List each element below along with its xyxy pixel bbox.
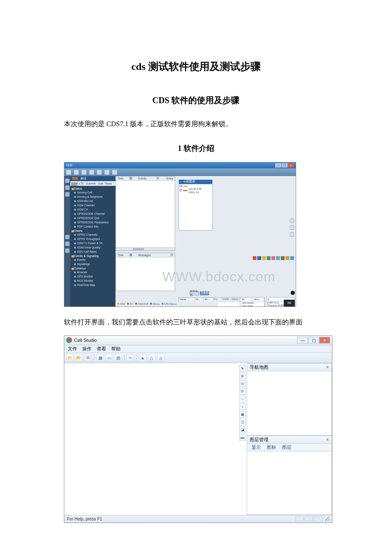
map-canvas[interactable]: [64, 363, 238, 515]
checkbox[interactable]: [180, 185, 182, 187]
map-view-standard[interactable]: 标准地图: [190, 291, 199, 295]
tree-item[interactable]: GSM BA List: [71, 199, 115, 203]
palette-swatch[interactable]: [271, 256, 275, 260]
tree-item[interactable]: MOS Monitor: [71, 279, 115, 283]
tree-tab-gsm[interactable]: GSM: [71, 182, 78, 185]
nav-map-body[interactable]: [247, 371, 331, 435]
toolbar-stop-icon[interactable]: ▭: [105, 354, 113, 361]
dock-icon[interactable]: [65, 249, 69, 253]
fit-vertical-icon[interactable]: ↕: [239, 403, 246, 410]
select-tool-icon[interactable]: ▣: [239, 411, 246, 418]
tree-item[interactable]: GPRS/EDGE Parameters: [71, 220, 115, 225]
sheet-tab[interactable]: LTE Demo: [161, 303, 176, 305]
tree-item[interactable]: GPRS/EDGE Channel: [71, 212, 115, 216]
layer-tab-icon[interactable]: 图标: [267, 444, 276, 451]
toolbar-icon[interactable]: [112, 170, 117, 175]
menu-file[interactable]: 文件: [68, 346, 77, 352]
map-view-satellite[interactable]: 卫星图: [200, 291, 209, 295]
panel-close-icon[interactable]: ×: [326, 364, 329, 370]
toolbar-basestation-icon[interactable]: △: [148, 354, 156, 361]
map-tool-icon[interactable]: [290, 232, 294, 237]
map-tool-icon[interactable]: [290, 225, 294, 230]
pin-icon[interactable]: [170, 254, 173, 256]
menu-help[interactable]: 帮助: [111, 346, 121, 352]
maximize-button[interactable]: ▢: [282, 163, 288, 168]
toolbar-basestation-icon[interactable]: ▲: [139, 354, 147, 361]
minus-icon[interactable]: −: [180, 180, 182, 183]
toolbar-tile-icon[interactable]: ▦: [96, 354, 104, 361]
menu-view[interactable]: 查看: [97, 346, 106, 352]
sheet-tab[interactable]: INDOOR: [135, 303, 148, 305]
close-button[interactable]: ×: [288, 163, 294, 168]
resize-grip-icon[interactable]: [325, 517, 329, 521]
fit-horizontal-icon[interactable]: ↔: [239, 396, 246, 402]
toolbar-icon[interactable]: [89, 170, 94, 175]
toolbar-icon[interactable]: [66, 170, 71, 175]
toolbar-icon[interactable]: [81, 170, 86, 175]
dock-icon[interactable]: [65, 192, 69, 197]
tree-header-tab[interactable]: 标注: [81, 176, 86, 181]
toolbar-open-icon[interactable]: 📂: [75, 354, 83, 361]
refresh-icon[interactable]: ⟳: [239, 388, 246, 395]
tree-item[interactable]: GPRS Channels: [71, 233, 115, 237]
toolbar-icon[interactable]: [74, 170, 79, 175]
palette-swatch[interactable]: [253, 256, 257, 260]
tree-item[interactable]: GSM C/I: [71, 208, 115, 212]
toolbar-cut-icon[interactable]: ✂: [127, 354, 134, 361]
tree-group-status[interactable]: Status: [71, 187, 115, 191]
filter-icon[interactable]: [130, 254, 132, 256]
palette-swatch[interactable]: [290, 256, 294, 260]
tree-item[interactable]: Signalings: [71, 262, 115, 266]
pin-icon[interactable]: [156, 177, 159, 179]
minimize-button[interactable]: —: [297, 337, 308, 344]
close-button[interactable]: ×: [319, 337, 330, 344]
folder-tool-icon[interactable]: ▬: [239, 434, 246, 441]
map-tool-icon[interactable]: [290, 219, 294, 223]
zoom-in-icon[interactable]: ⊕: [239, 373, 246, 379]
sheet-tab[interactable]: DT: [127, 303, 133, 305]
panel-close-icon[interactable]: ×: [326, 437, 329, 442]
tree-item[interactable]: GPS Monitor: [71, 275, 115, 279]
menu-action[interactable]: 操作: [82, 346, 92, 352]
layer-body[interactable]: [247, 451, 331, 515]
tree-item[interactable]: GSM Channel: [71, 203, 115, 208]
tree-item[interactable]: RealTime Map: [71, 283, 115, 287]
dock-icon[interactable]: [65, 179, 69, 183]
toolbar-basestation-icon[interactable]: ◬: [157, 354, 164, 361]
toolbar-icon[interactable]: [104, 170, 110, 175]
toolbar-open-icon[interactable]: 📁: [66, 354, 74, 361]
zoom-out-icon[interactable]: ⊖: [239, 380, 246, 387]
tree-item[interactable]: SMV Call Rates: [71, 250, 115, 254]
pointer-tool-icon[interactable]: ⬉: [239, 365, 246, 372]
palette-swatch[interactable]: [281, 256, 285, 260]
layer-tool-icon[interactable]: ◪: [239, 426, 246, 433]
dock-icon[interactable]: [65, 235, 69, 239]
dock-icon[interactable]: [65, 242, 69, 246]
maximize-button[interactable]: ▢: [308, 337, 319, 344]
tree-item[interactable]: Events: [71, 258, 115, 262]
palette-swatch[interactable]: [285, 256, 289, 260]
tree-item[interactable]: Serving Cell: [71, 191, 115, 195]
sheet-tab[interactable]: SSV: [117, 303, 125, 305]
toolbar-copy-icon[interactable]: ⧉: [84, 354, 92, 361]
tree-item[interactable]: GSM Tx Power & TA: [71, 241, 115, 246]
tree-item[interactable]: GSM Voice Quality: [71, 246, 115, 250]
tree-item[interactable]: Browser: [71, 270, 115, 275]
checkbox[interactable]: [180, 189, 182, 191]
tree-group-events[interactable]: Events & Signaling: [71, 254, 115, 258]
layer-tab-layers[interactable]: 图层: [282, 444, 291, 451]
eye-icon[interactable]: [291, 291, 295, 295]
toolbar-cascade-icon[interactable]: ▤: [114, 354, 122, 361]
tree-item[interactable]: PDP Context Info: [71, 225, 115, 229]
tree-tab-scanner[interactable]: Scanner: [86, 182, 96, 185]
filter-icon[interactable]: [130, 177, 132, 179]
minimize-button[interactable]: —: [275, 163, 281, 168]
tree-group-charts[interactable]: Charts: [71, 229, 115, 233]
tree-item[interactable]: Serving & Neighbors: [71, 195, 115, 199]
layer-tab-display[interactable]: 显示: [251, 444, 261, 451]
tree-tab-userviews[interactable]: User Views: [98, 182, 112, 185]
palette-swatch[interactable]: [267, 256, 271, 260]
toolbar-icon[interactable]: [97, 170, 102, 175]
dock-icon[interactable]: [65, 185, 69, 190]
layer-tool-icon[interactable]: ◫: [239, 419, 246, 425]
